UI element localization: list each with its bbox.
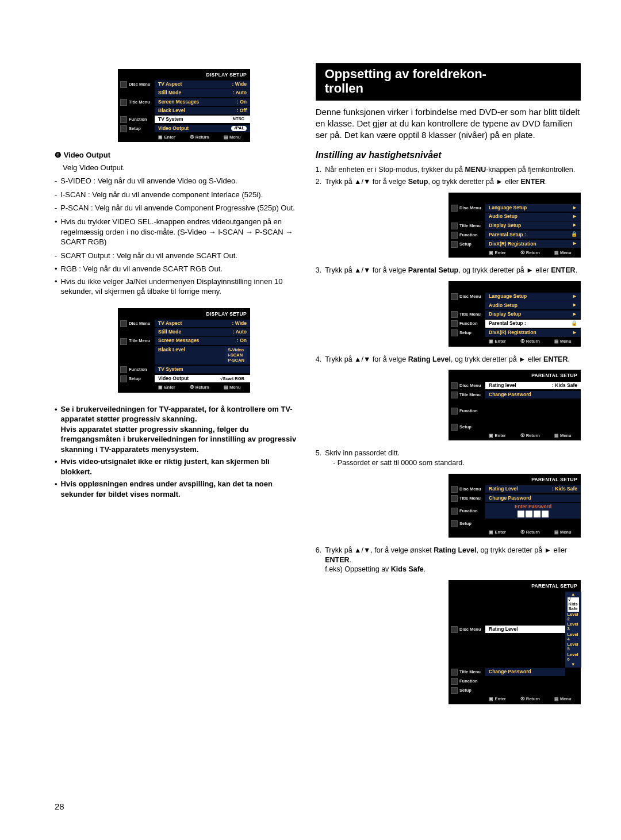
- note-2: •Hvis video-utsignalet ikke er riktig ju…: [55, 457, 300, 477]
- item-video-sel: •Hvis du trykker VIDEO SEL.-knappen endr…: [55, 217, 300, 247]
- lock-icon: 🔒: [571, 232, 577, 237]
- step-4: 4. Trykk på ▲/▼ for å velge Rating Level…: [316, 355, 581, 365]
- item-rgb: •RGB : Velg når du vil anvende SCART RGB…: [55, 264, 300, 274]
- left-column: DISPLAY SETUP Disc MenuTV Aspect: Wide S…: [55, 63, 300, 712]
- osd-parental-setup: PARENTAL SETUP Disc MenuRating level: Ki…: [448, 370, 581, 440]
- video-output-heading: ❻ Video Output: [55, 150, 300, 160]
- osd-rating-levels: PARENTAL SETUP Disc Menu Rating Level ▲ …: [448, 580, 581, 704]
- page-number: 28: [55, 801, 64, 812]
- step-2: 2. Trykk på ▲/▼ for å velge Setup, og tr…: [316, 177, 581, 187]
- circled-six-icon: ❻: [55, 150, 62, 160]
- step-5: 5. Skriv inn passordet ditt. - Passordet…: [316, 448, 581, 468]
- section-title: Oppsetting av foreldrekon-trollen: [316, 63, 581, 101]
- lock-icon: 🔒: [571, 321, 577, 327]
- item-svideo: -S-VIDEO : Velg når du vil anvende Video…: [55, 176, 300, 186]
- video-output-sub: Velg Video Output.: [63, 163, 300, 173]
- osd-display-setup-1: DISPLAY SETUP Disc MenuTV Aspect: Wide S…: [118, 69, 250, 142]
- osd-setup-menu: Disc MenuLanguage Setup► Audio Setup► Ti…: [448, 193, 581, 258]
- osd-display-setup-2: DISPLAY SETUP Disc MenuTV Aspect: Wide S…: [118, 308, 250, 393]
- intro-paragraph: Denne funksjonen virker i forbindelse me…: [316, 106, 581, 141]
- osd-title: DISPLAY SETUP: [118, 310, 250, 319]
- step-3: 3. Trykk på ▲/▼ for å velge Parental Set…: [316, 266, 581, 275]
- subsection-title: Instilling av hastighetsnivået: [316, 149, 581, 162]
- step-6: 6. Trykk på ▲/▼, for å velge ønsket Rati…: [316, 546, 581, 575]
- item-scart: -SCART Output : Velg når du vil anvende …: [55, 251, 300, 261]
- step-1: 1. Når enheten er i Stop-modus, trykker …: [316, 165, 581, 175]
- item-timeout: •Hvis du ikke velger Ja/Nei undermenyen …: [55, 277, 300, 297]
- right-column: Oppsetting av foreldrekon-trollen Denne …: [316, 63, 581, 712]
- osd-enter-password: PARENTAL SETUP Disc MenuRating Level: Ki…: [448, 474, 581, 538]
- item-pscan: -P-SCAN : Velg når du vil anvende Compon…: [55, 203, 300, 213]
- note-3: •Hvis oppløsningen endres under avspilli…: [55, 479, 300, 499]
- note-1: •Se i brukerveiledningen for TV-apparate…: [55, 404, 300, 455]
- item-iscan: -I-SCAN : Velg når du vil anvende compon…: [55, 190, 300, 200]
- osd-setup-menu-parental-hl: Disc MenuLanguage Setup► Audio Setup► Ti…: [448, 281, 581, 346]
- osd-title: DISPLAY SETUP: [118, 71, 250, 80]
